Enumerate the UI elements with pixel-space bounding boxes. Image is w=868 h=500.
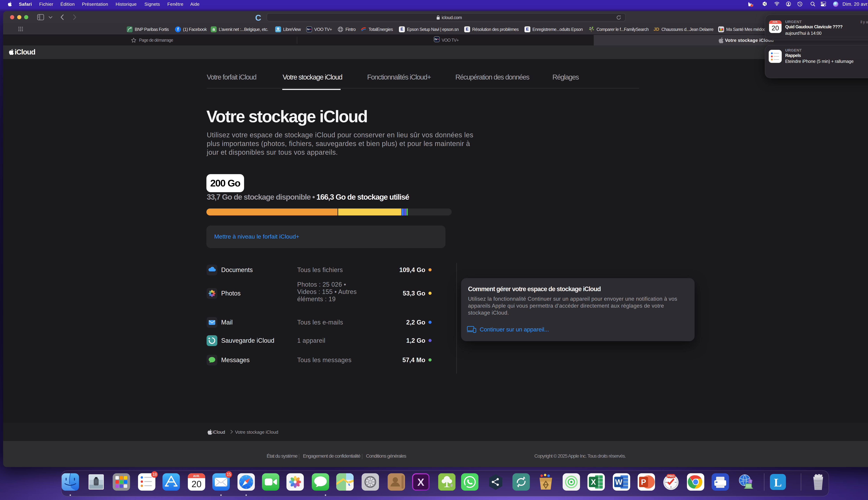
svg-text:W: W [615, 478, 623, 486]
svg-text:X: X [417, 476, 424, 488]
svg-text:X: X [591, 478, 596, 486]
svg-text:L: L [774, 476, 782, 489]
svg-text:AVR.: AVR. [193, 475, 200, 478]
svg-text:20: 20 [192, 479, 202, 489]
svg-text:P: P [641, 478, 646, 486]
svg-text:PRO: PRO [667, 474, 674, 478]
